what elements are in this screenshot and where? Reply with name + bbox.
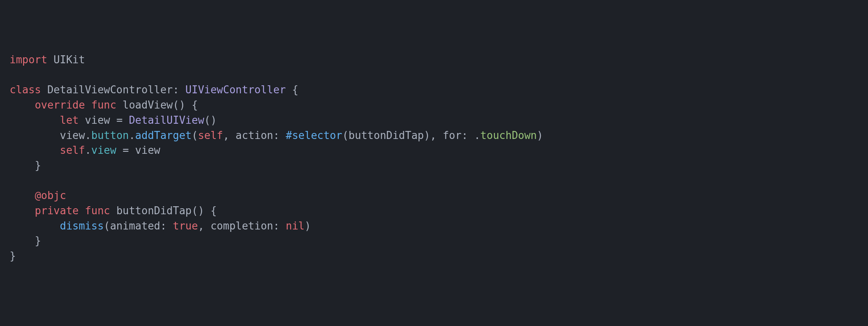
comma: , (223, 129, 229, 141)
keyword-true: true (173, 220, 198, 232)
selector: #selector (286, 129, 342, 141)
keyword-func: func (85, 205, 110, 217)
close-brace: } (35, 159, 41, 171)
class-name: DetailViewController (47, 84, 173, 96)
method-call: addTarget (135, 129, 192, 141)
selector-name: buttonDidTap (348, 129, 424, 141)
type-name: DetailUIView (129, 114, 204, 126)
property: button (91, 129, 129, 141)
keyword-private: private (35, 205, 79, 217)
keyword-self: self (198, 129, 223, 141)
dot: . (85, 144, 91, 156)
code-line: private func buttonDidTap() { (10, 203, 858, 219)
close-paren: ) (179, 99, 186, 111)
keyword-override: override (35, 99, 85, 111)
close-paren: ) (305, 220, 311, 232)
colon: : (273, 220, 280, 232)
comma: , (198, 220, 204, 232)
open-paren: ( (173, 99, 179, 111)
code-line: view.button.addTarget(self, action: #sel… (10, 128, 858, 143)
open-brace: { (210, 205, 217, 217)
open-brace: { (192, 99, 198, 111)
code-line (10, 68, 858, 83)
param-label: animated (110, 220, 160, 232)
code-line: } (10, 233, 858, 249)
func-name: buttonDidTap (116, 205, 192, 217)
colon: : (273, 129, 280, 141)
param-label: action (236, 129, 273, 141)
superclass-name: UIViewController (185, 84, 285, 96)
func-call: dismiss (60, 220, 104, 232)
code-editor[interactable]: import UIKit class DetailViewController:… (10, 52, 858, 264)
comma: , (430, 129, 437, 141)
open-paren: ( (192, 205, 198, 217)
code-line: class DetailViewController: UIViewContro… (10, 83, 858, 98)
keyword-nil: nil (286, 220, 305, 232)
colon: : (173, 84, 179, 96)
close-paren: ) (537, 129, 543, 141)
code-line: } (10, 249, 858, 264)
close-paren: ) (210, 114, 217, 126)
equals: = (123, 144, 129, 156)
var-ref: view (135, 144, 160, 156)
close-paren: ) (198, 205, 204, 217)
open-paren: ( (204, 114, 210, 126)
module-name: UIKit (54, 54, 85, 66)
keyword-import: import (10, 54, 47, 66)
var-name: view (85, 114, 110, 126)
open-paren: ( (342, 129, 349, 141)
dot: . (85, 129, 91, 141)
keyword-self: self (60, 144, 85, 156)
func-name: loadView (123, 99, 173, 111)
attribute: @objc (35, 189, 66, 201)
colon: : (461, 129, 468, 141)
open-paren: ( (104, 220, 110, 232)
param-label: completion (210, 220, 273, 232)
enum-value: touchDown (480, 129, 537, 141)
code-line (10, 173, 858, 189)
dot: . (474, 129, 480, 141)
close-paren: ) (424, 129, 430, 141)
code-line: dismiss(animated: true, completion: nil) (10, 219, 858, 234)
code-line: import UIKit (10, 52, 858, 68)
colon: : (160, 220, 167, 232)
open-brace: { (292, 84, 298, 96)
code-line: let view = DetailUIView() (10, 113, 858, 128)
keyword-class: class (10, 84, 41, 96)
dot: . (129, 129, 135, 141)
property: view (91, 144, 117, 156)
close-brace: } (35, 235, 41, 247)
equals: = (116, 114, 123, 126)
param-label: for (443, 129, 461, 141)
keyword-let: let (60, 114, 79, 126)
code-line: self.view = view (10, 143, 858, 158)
close-brace: } (10, 250, 16, 262)
open-paren: ( (192, 129, 198, 141)
code-line: override func loadView() { (10, 98, 858, 113)
code-line: } (10, 158, 858, 173)
code-line: @objc (10, 188, 858, 203)
var-ref: view (60, 129, 85, 141)
keyword-func: func (91, 99, 117, 111)
